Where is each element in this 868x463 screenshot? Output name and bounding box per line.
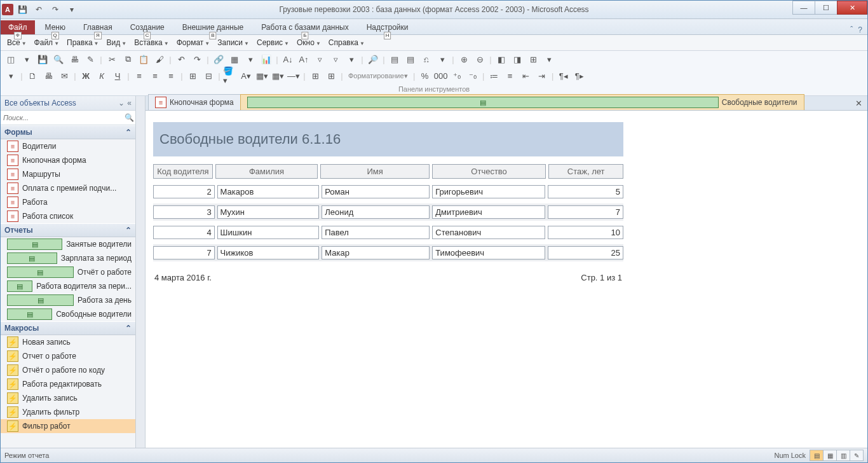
tb-icon[interactable]: 🗋 [25,68,40,83]
view-report-icon[interactable]: ▤ [810,450,824,460]
tb-icon[interactable]: 🖶 [41,68,56,83]
tb-icon[interactable]: ▤ [387,52,402,67]
help-icon[interactable]: ? [858,25,862,34]
tb-fill-icon[interactable]: 🪣▾ [222,68,238,83]
nav-item[interactable]: ⚡Отчёт о работе по коду [1,363,135,377]
nav-group-header[interactable]: Макросы⌃ [1,321,135,335]
tb-indent-icon[interactable]: ⇤ [519,68,534,83]
nav-item[interactable]: ≡Работа список [1,209,135,223]
qat-undo-icon[interactable]: ↶ [31,3,46,17]
tb-icon[interactable]: ⊕ [456,52,471,67]
qat-redo-icon[interactable]: ↷ [48,3,63,17]
ribbon-tab[interactable]: МенюQ [36,20,74,34]
tb-list-icon[interactable]: ≔ [487,68,502,83]
ribbon-tab[interactable]: Работа с базами данныхБ [252,20,357,34]
nav-item[interactable]: ≡Маршруты [1,167,135,181]
tb-icon[interactable]: ▾ [541,52,557,67]
nav-item[interactable]: ▤Зарплата за период [1,251,135,265]
tb-icon[interactable]: ▦▾ [270,68,285,83]
tb-icon[interactable]: ¶▸ [572,68,587,83]
close-button[interactable]: ✕ [837,1,867,15]
tb-fontcolor-icon[interactable]: A▾ [238,68,254,83]
qat-customize-icon[interactable]: ▾ [64,3,79,17]
ribbon-minimize-icon[interactable]: ˆ [850,25,853,34]
minimize-button[interactable]: — [792,1,815,15]
nav-scrollbar[interactable] [136,96,146,448]
menu-item[interactable]: Формат▼ [173,36,214,49]
menu-item[interactable]: Вид▼ [103,36,131,49]
nav-item[interactable]: ▤Занятые водители [1,237,135,251]
nav-item[interactable]: ⚡Отчет о работе [1,349,135,363]
ribbon-tab[interactable]: НадстройкиН [358,20,417,34]
tb-save-icon[interactable]: 💾 [35,52,50,67]
tb-sort-asc-icon[interactable]: A↓ [280,52,295,67]
formatting-combo[interactable]: Форматирование ▾ [345,68,411,83]
search-icon[interactable]: 🔍 [123,113,135,122]
menu-item[interactable]: Файл▼ [31,36,63,49]
tb-percent-icon[interactable]: % [417,68,433,83]
menu-item[interactable]: Записи▼ [214,36,253,49]
tb-icon[interactable]: ▤ [403,52,418,67]
nav-item[interactable]: ⚡Фильтр работ [1,419,135,433]
menu-item[interactable]: Сервис▼ [253,36,293,49]
view-layout-icon[interactable]: ▥ [837,450,850,460]
ribbon-tab[interactable]: Внешние данныеВ [173,20,253,34]
tb-icon[interactable]: ◨ [510,52,525,67]
tb-bold-icon[interactable]: Ж [78,68,93,83]
tb-align-center-icon[interactable]: ≡ [147,68,163,83]
nav-group-header[interactable]: Формы⌃ [1,125,135,139]
tb-border-icon[interactable]: ▦▾ [254,68,269,83]
document-tab[interactable]: ≡Кнопочная форма [148,94,241,110]
tb-redo-icon[interactable]: ↷ [189,52,205,67]
maximize-button[interactable]: ☐ [815,1,837,15]
menu-item[interactable]: Окно▼ [293,36,325,49]
tb-icon[interactable]: ⊞ [185,68,200,83]
tb-italic-icon[interactable]: К [94,68,109,83]
nav-item[interactable]: ≡Кнопочная форма [1,153,135,167]
file-tab[interactable]: Файл Ф [1,20,35,34]
tb-list-icon[interactable]: ≡ [503,68,518,83]
tb-icon[interactable]: ◫ [3,52,18,67]
tb-copy-icon[interactable]: ⧉ [120,52,135,67]
tb-cut-icon[interactable]: ✂ [104,52,119,67]
tb-icon[interactable]: ⊖ [472,52,487,67]
nav-item[interactable]: ≡Оплата с премией подчи... [1,181,135,195]
access-logo-icon[interactable]: A [2,4,13,15]
tb-icon[interactable]: ◧ [494,52,509,67]
tb-icon[interactable]: ✉ [57,68,72,83]
tb-paste-icon[interactable]: 📋 [136,52,151,67]
tb-icon[interactable]: 🖌 [152,52,167,67]
tb-icon[interactable]: ⁺₀ [449,68,465,83]
nav-item[interactable]: ▤Свободные водители [1,307,135,321]
nav-header[interactable]: Все объекты Access ⌄ « [1,96,135,111]
tb-icon[interactable]: ⊞ [323,68,339,83]
tb-undo-icon[interactable]: ↶ [173,52,189,67]
tb-icon[interactable]: ⊟ [201,68,216,83]
tb-icon[interactable]: ▦ [227,52,242,67]
tb-sort-desc-icon[interactable]: A↑ [296,52,311,67]
tb-icon[interactable]: ▾ [243,52,258,67]
tb-icon[interactable]: ⁻₀ [465,68,480,83]
ribbon-tab[interactable]: СозданиеС [121,20,173,34]
nav-item[interactable]: ▤Работа за день [1,293,135,307]
collapse-icon[interactable]: « [127,99,132,107]
nav-group-header[interactable]: Отчеты⌃ [1,223,135,237]
tb-icon[interactable]: ⎌ [419,52,434,67]
tb-icon[interactable]: ¶◂ [556,68,571,83]
chevron-down-icon[interactable]: ⌄ [118,99,125,107]
view-print-icon[interactable]: ▦ [824,450,837,460]
nav-item[interactable]: ⚡Удалить фильтр [1,405,135,419]
tb-icon[interactable]: ✎ [83,52,98,67]
report-viewport[interactable]: Свободные водители 6.1.16 Код водителя Ф… [146,111,867,448]
nav-item[interactable]: ▤Работа водителя за пери... [1,279,135,293]
tb-icon[interactable]: ▾ [19,52,34,67]
tb-icon[interactable]: ▾ [3,68,18,83]
tb-align-left-icon[interactable]: ≡ [132,68,147,83]
tb-icon[interactable]: ▿ [328,52,343,67]
menu-item[interactable]: Все▼ [3,36,31,49]
menu-item[interactable]: Правка▼ [63,36,102,49]
view-design-icon[interactable]: ✎ [850,450,863,460]
nav-item[interactable]: ⚡Новая запись [1,335,135,349]
tb-filter-icon[interactable]: ▿ [312,52,327,67]
tb-icon[interactable]: 🔍 [51,52,66,67]
